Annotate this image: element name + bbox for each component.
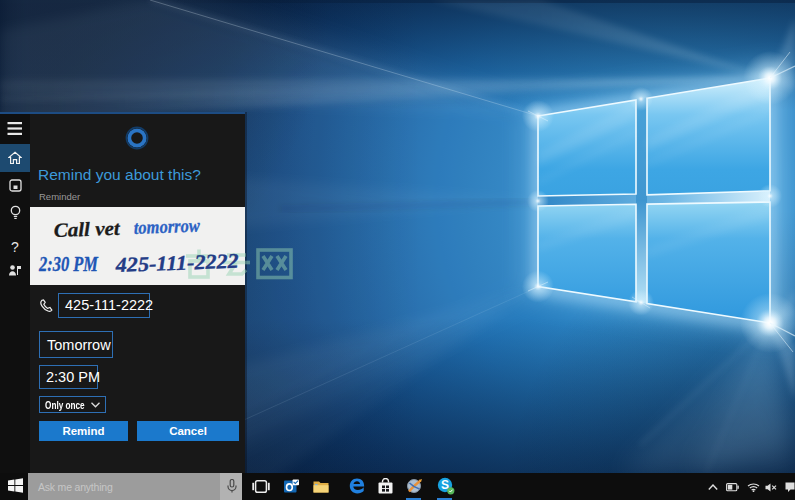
svg-text:tomorrow: tomorrow [133,215,200,238]
svg-text:Call vet: Call vet [53,217,121,241]
svg-text:2:30 PM: 2:30 PM [38,252,99,276]
svg-text:425-111-2222: 425-111-2222 [114,249,239,277]
